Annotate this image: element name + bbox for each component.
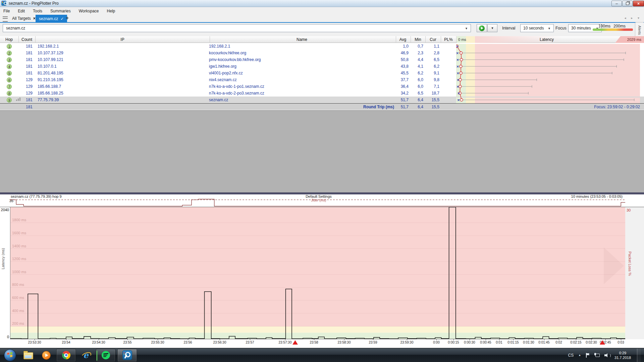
hop-name: 192.168.2.1 — [209, 44, 230, 49]
volume-icon[interactable] — [604, 353, 610, 358]
close-button[interactable]: × — [633, 1, 644, 6]
jitter-graph[interactable]: 35 Jitter (ms) — [0, 199, 644, 207]
col-min[interactable]: Min — [415, 37, 421, 42]
taskbar-clock[interactable]: 0:29 31.7.2018 — [614, 351, 631, 360]
svg-text:400 ms: 400 ms — [12, 309, 24, 313]
time-tick-label: 23:53:30 — [28, 341, 41, 344]
table-row[interactable]: 518181.201.48.195vl4001-pop2.nfx.cz45,56… — [0, 70, 644, 76]
taskbar-media-player[interactable] — [38, 349, 54, 362]
time-tick-label: 0:00:45 — [480, 341, 491, 344]
action-center-flag-icon[interactable] — [586, 353, 590, 358]
y-axis-max-label: 2040 — [0, 208, 9, 212]
col-latency[interactable]: Latency — [540, 37, 554, 42]
col-name[interactable]: Name — [297, 37, 307, 42]
svg-text:1000 ms: 1000 ms — [12, 270, 26, 274]
time-tick-label: 23:59 — [369, 341, 377, 344]
col-avg[interactable]: Avg — [399, 37, 406, 42]
cur-latency: 2,8 — [425, 51, 439, 55]
close-tab-icon[interactable]: × — [33, 16, 36, 21]
interval-value: 10 seconds — [523, 26, 544, 31]
table-row[interactable]: 918177.75.79.39seznam.cz51,76,415,5 — [0, 97, 644, 103]
show-desktop-button[interactable] — [637, 349, 641, 362]
window-title: seznam.cz - PingPlotter Pro — [9, 1, 59, 6]
round-trip-cur: 15,5 — [425, 105, 439, 109]
language-indicator[interactable]: CS — [568, 353, 574, 358]
alert-marker-icon[interactable] — [600, 340, 605, 345]
table-row[interactable]: 8129185.66.188.25n7k-ko-a-vdc-2-po3.sezn… — [0, 90, 644, 97]
hop-ip: 10.107.37.129 — [38, 51, 63, 55]
col-count[interactable]: Count — [21, 37, 32, 42]
scale-zero-label: 0 ms — [458, 38, 466, 42]
title-bar: seznam.cz - PingPlotter Pro – × — [0, 0, 644, 7]
sample-count: 181 — [18, 71, 33, 75]
new-tab-button[interactable]: + — [66, 15, 69, 21]
focus-select[interactable]: 30 minutes ▼ — [568, 24, 602, 32]
legend-200ms-label: 200ms — [613, 24, 626, 28]
taskbar-internet-explorer[interactable]: e — [78, 349, 94, 362]
taskbar-spotify[interactable] — [96, 349, 115, 362]
avg-latency: 34,2 — [395, 91, 409, 96]
chevron-down-icon[interactable]: ▼ — [465, 27, 468, 30]
axis-tick — [576, 339, 576, 340]
timeline-settings-label[interactable]: Default Settings — [306, 194, 332, 198]
table-row[interactable]: 7129185.66.188.7n7k-ko-a-vdc-1-po1.sezna… — [0, 83, 644, 90]
col-pl[interactable]: PL% — [444, 37, 452, 42]
col-ip[interactable]: IP — [120, 37, 124, 42]
clock-date: 31.7.2018 — [614, 355, 631, 360]
hop-ip: 185.66.188.7 — [38, 84, 61, 89]
menu-tools[interactable]: Tools — [30, 9, 47, 13]
tab-scroll-arrows[interactable]: ◂ ▸ ▾ — [624, 16, 641, 20]
cur-latency: 7,1 — [425, 84, 439, 89]
time-tick-label: 0:00:15 — [448, 341, 459, 344]
tray-expand-icon[interactable]: ▲ — [578, 354, 581, 357]
taskbar-pingplotter[interactable] — [117, 349, 137, 362]
windows-start-icon — [4, 349, 16, 361]
col-hop[interactable]: Hop — [5, 37, 13, 42]
minimize-button[interactable]: – — [611, 1, 622, 6]
target-input[interactable]: seznam.cz ▼ — [3, 24, 471, 32]
avg-latency: 37,7 — [395, 77, 409, 82]
menu-workspace[interactable]: Workspace — [75, 9, 104, 13]
table-row[interactable]: 418110.107.0.1igw1.hkfree.org43,84,16,2 — [0, 63, 644, 70]
table-row[interactable]: 612991.210.16.195nix4.seznam.cz37,76,09,… — [0, 76, 644, 83]
start-button[interactable] — [2, 349, 18, 362]
menu-file[interactable]: File — [0, 9, 14, 13]
avg-latency: 46,9 — [395, 51, 409, 55]
time-tick-label: 23:55:30 — [151, 341, 164, 344]
latency-timeline-graph[interactable]: 1800 ms1600 ms1400 ms1200 ms1000 ms800 m… — [10, 207, 625, 339]
hamburger-icon[interactable] — [3, 16, 8, 22]
hop-name: kocourkov.hkfree.org — [209, 51, 246, 55]
cur-latency: 6,2 — [425, 64, 439, 69]
table-row[interactable]: 1181192.168.2.1192.168.2.11,00,71,1 — [0, 43, 644, 50]
start-trace-button[interactable] — [477, 24, 487, 32]
time-tick-label: 23:56 — [183, 341, 192, 344]
taskbar-explorer[interactable] — [20, 349, 36, 362]
trace-options-dropdown[interactable]: ▼ — [487, 24, 497, 32]
menu-edit[interactable]: Edit — [14, 9, 30, 13]
axis-tick — [621, 339, 621, 340]
menu-help[interactable]: Help — [104, 9, 120, 13]
sample-count: 181 — [18, 51, 33, 55]
tab-all-targets[interactable]: All Targets × — [9, 15, 39, 22]
alert-marker-icon[interactable] — [292, 340, 298, 345]
table-row[interactable]: 318110.107.99.121pmv-kocourkov.bb.hkfree… — [0, 56, 644, 63]
min-latency: 6,2 — [410, 71, 423, 75]
menu-summaries[interactable]: Summaries — [47, 9, 75, 13]
target-input-value: seznam.cz — [6, 26, 25, 31]
round-trip-label: Round Trip (ms) — [342, 105, 394, 109]
hop-number-badge: 1 — [7, 44, 12, 49]
tab-seznam[interactable]: seznam.cz ✓ — [36, 15, 67, 23]
hop-ip: 185.66.188.25 — [38, 91, 63, 96]
toolbar: seznam.cz ▼ ▼ Interval 10 seconds ▼ Focu… — [0, 23, 644, 36]
restore-button[interactable] — [622, 1, 633, 6]
col-cur[interactable]: Cur — [430, 37, 436, 42]
round-trip-row[interactable]: 181 Round Trip (ms) 51,7 6,4 15,5 Focus:… — [0, 103, 644, 110]
taskbar-chrome[interactable] — [56, 349, 76, 362]
round-trip-count: 181 — [18, 105, 33, 109]
alerts-side-tab[interactable]: Alerts — [635, 22, 644, 38]
network-icon[interactable] — [594, 353, 600, 358]
axis-tick — [453, 339, 454, 340]
interval-select[interactable]: 10 seconds ▼ — [520, 24, 554, 32]
hop-name: seznam.cz — [209, 98, 228, 102]
table-row[interactable]: 218110.107.37.129kocourkov.hkfree.org46,… — [0, 50, 644, 56]
